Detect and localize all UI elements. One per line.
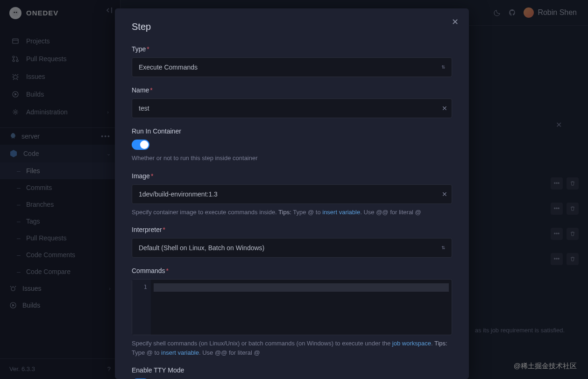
run-in-container-label: Run In Container [132,127,452,135]
clear-icon[interactable]: ✕ [442,105,447,112]
type-select[interactable]: Execute Commands ⇅ [132,57,452,77]
insert-variable-link[interactable]: insert variable [322,209,360,216]
interpreter-label: Interpreter* [132,226,452,233]
image-label: Image* [132,172,452,180]
name-input[interactable] [132,98,452,118]
hint-text: Specify container image to execute comma… [132,208,452,217]
select-caret-icon: ⇅ [441,246,445,250]
commands-editor[interactable]: 1 [132,279,452,335]
editor-gutter: 1 [132,280,151,335]
close-button[interactable]: ✕ [452,17,459,27]
type-label: Type* [132,45,452,53]
step-modal: ✕ Step Type* Execute Commands ⇅ Name* ✕ … [115,8,469,379]
job-workspace-link[interactable]: job workspace [392,340,431,347]
name-label: Name* [132,86,452,94]
watermark: @稀土掘金技术社区 [514,362,577,371]
modal-title: Step [132,21,452,32]
insert-variable-link[interactable]: insert variable [161,349,199,356]
editor-area[interactable] [151,280,452,335]
tty-label: Enable TTY Mode [132,366,452,374]
hint-text: Whether or not to run this step inside c… [132,154,452,163]
image-input[interactable] [132,184,452,204]
select-caret-icon: ⇅ [441,65,445,70]
run-in-container-toggle[interactable] [132,140,149,150]
interpreter-select[interactable]: Default (Shell on Linux, Batch on Window… [132,238,452,258]
clear-icon[interactable]: ✕ [442,190,447,198]
hint-text: Specify shell commands (on Linux/Unix) o… [132,339,452,357]
commands-label: Commands* [132,267,452,274]
